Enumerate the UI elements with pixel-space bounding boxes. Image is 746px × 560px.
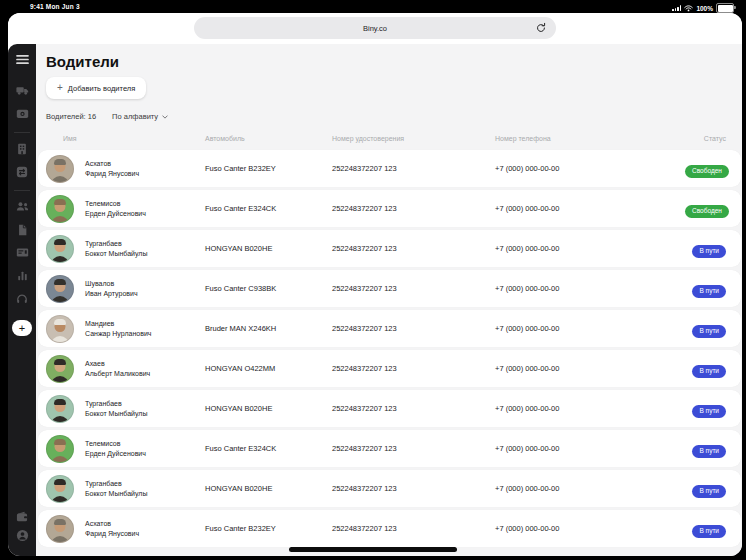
driver-name: МандиевСанжар Нурланович xyxy=(85,319,205,338)
driver-name: АхаевАльберт Маликович xyxy=(85,359,205,378)
sidebar-item-users-icon[interactable] xyxy=(15,200,29,213)
table-row[interactable]: МандиевСанжар Нурланович Bruder MAN X246… xyxy=(38,310,741,347)
sidebar-item-camera-icon[interactable] xyxy=(15,107,29,120)
sidebar-item-transfer-icon[interactable] xyxy=(15,165,29,178)
driver-avatar xyxy=(46,235,74,263)
driver-name: ТурганбаевБоккот Мынбайулы xyxy=(85,479,205,498)
wifi-icon xyxy=(684,5,693,12)
driver-license: 252248372207 123 xyxy=(332,364,495,373)
status-bar: 9:41 Mon Jun 3 100% xyxy=(0,0,746,13)
driver-license: 252248372207 123 xyxy=(332,204,495,213)
col-header-car: Автомобиль xyxy=(205,135,332,142)
driver-name: ТелемисовЕрден Дуйсенович xyxy=(85,199,205,218)
driver-phone: +7 (000) 000-00-00 xyxy=(495,204,685,213)
browser-toolbar: Biny.co xyxy=(8,13,742,44)
driver-phone: +7 (000) 000-00-00 xyxy=(495,244,685,253)
driver-name: ТелемисовЕрден Дуйсенович xyxy=(85,439,205,458)
driver-avatar xyxy=(46,355,74,383)
sidebar: + xyxy=(8,44,36,556)
driver-car: Fuso Canter B232EY xyxy=(205,164,332,173)
driver-car: HONGYAN B020HE xyxy=(205,484,332,493)
sidebar-item-support-icon[interactable] xyxy=(15,292,29,305)
driver-license: 252248372207 123 xyxy=(332,404,495,413)
driver-phone: +7 (000) 000-00-00 xyxy=(495,284,685,293)
sidebar-divider xyxy=(14,132,30,133)
status-badge: В пути xyxy=(692,325,726,339)
driver-name: ТурганбаевБоккот Мынбайулы xyxy=(85,239,205,258)
add-driver-button[interactable]: + Добавить водителя xyxy=(46,77,146,99)
driver-car: HONGYAN O422MM xyxy=(205,364,332,373)
status-badge: Свободен xyxy=(685,205,729,219)
status-badge: В пути xyxy=(692,365,726,379)
driver-license: 252248372207 123 xyxy=(332,324,495,333)
col-header-status: Статус xyxy=(685,135,726,142)
sort-dropdown[interactable]: По алфавиту xyxy=(112,112,168,121)
driver-name: ТурганбаевБоккот Мынбайулы xyxy=(85,399,205,418)
main-content: Водители + Добавить водителя Водителей: … xyxy=(36,44,742,556)
driver-avatar xyxy=(46,395,74,423)
sidebar-item-document-icon[interactable] xyxy=(15,223,29,236)
drivers-count: Водителей: 16 xyxy=(46,112,96,121)
driver-phone: +7 (000) 000-00-00 xyxy=(495,404,685,413)
driver-car: HONGYAN B020HE xyxy=(205,244,332,253)
driver-avatar xyxy=(46,315,74,343)
driver-phone: +7 (000) 000-00-00 xyxy=(495,484,685,493)
table-row[interactable]: ТурганбаевБоккот Мынбайулы HONGYAN B020H… xyxy=(38,390,741,427)
driver-name: АсхатовФарид Янусович xyxy=(85,519,205,538)
sidebar-item-orders-icon[interactable] xyxy=(15,246,29,259)
driver-avatar xyxy=(46,155,74,183)
status-badge: В пути xyxy=(692,445,726,459)
refresh-icon[interactable] xyxy=(535,22,547,34)
chevron-down-icon xyxy=(162,114,168,120)
col-header-phone: Номер телефона xyxy=(495,135,685,142)
table-row[interactable]: АсхатовФарид Янусович Fuso Canter B232EY… xyxy=(38,510,741,547)
battery-icon xyxy=(716,3,734,13)
status-badge: В пути xyxy=(692,285,726,299)
driver-avatar xyxy=(46,435,74,463)
table-row[interactable]: АсхатовФарид Янусович Fuso Canter B232EY… xyxy=(38,150,741,187)
driver-car: Fuso Canter E324CK xyxy=(205,444,332,453)
sidebar-item-stats-icon[interactable] xyxy=(15,269,29,282)
driver-license: 252248372207 123 xyxy=(332,244,495,253)
table-row[interactable]: АхаевАльберт Маликович HONGYAN O422MM 25… xyxy=(38,350,741,387)
driver-license: 252248372207 123 xyxy=(332,444,495,453)
sidebar-divider xyxy=(14,190,30,191)
table-row[interactable]: ШуваловИван Артурович Fuso Canter C938BK… xyxy=(38,270,741,307)
status-badge: В пути xyxy=(692,245,726,259)
sidebar-item-truck-icon[interactable] xyxy=(15,84,29,97)
status-time: 9:41 Mon Jun 3 xyxy=(30,3,80,10)
table-row[interactable]: ТурганбаевБоккот Мынбайулы HONGYAN B020H… xyxy=(38,470,741,507)
driver-license: 252248372207 123 xyxy=(332,164,495,173)
sidebar-add-button[interactable]: + xyxy=(12,320,32,336)
table-row[interactable]: ТурганбаевБоккот Мынбайулы HONGYAN B020H… xyxy=(38,230,741,267)
table-row[interactable]: ТелемисовЕрден Дуйсенович Fuso Canter E3… xyxy=(38,430,741,467)
driver-car: Fuso Canter B232EY xyxy=(205,524,332,533)
plus-icon: + xyxy=(57,83,63,93)
driver-phone: +7 (000) 000-00-00 xyxy=(495,444,685,453)
table-row[interactable]: ТелемисовЕрден Дуйсенович Fuso Canter E3… xyxy=(38,190,741,227)
sidebar-item-building-icon[interactable] xyxy=(15,142,29,155)
col-header-license: Номер удостоверения xyxy=(332,135,495,142)
driver-name: ШуваловИван Артурович xyxy=(85,279,205,298)
cellular-signal-icon xyxy=(672,5,681,11)
driver-phone: +7 (000) 000-00-00 xyxy=(495,524,685,533)
sidebar-menu-icon[interactable] xyxy=(15,53,29,65)
driver-avatar xyxy=(46,515,74,543)
driver-car: Fuso Canter C938BK xyxy=(205,284,332,293)
driver-avatar xyxy=(46,275,74,303)
url-bar[interactable]: Biny.co xyxy=(194,17,556,39)
driver-avatar xyxy=(46,475,74,503)
page-title: Водители xyxy=(46,53,742,70)
sidebar-item-wallet-icon[interactable] xyxy=(15,510,29,523)
table-header: Имя Автомобиль Номер удостоверения Номер… xyxy=(38,135,741,142)
driver-license: 252248372207 123 xyxy=(332,284,495,293)
status-badge: Свободен xyxy=(685,165,729,179)
driver-avatar xyxy=(46,195,74,223)
sidebar-item-profile-icon[interactable] xyxy=(15,529,29,542)
home-indicator[interactable] xyxy=(289,547,457,552)
driver-phone: +7 (000) 000-00-00 xyxy=(495,364,685,373)
driver-license: 252248372207 123 xyxy=(332,484,495,493)
driver-phone: +7 (000) 000-00-00 xyxy=(495,324,685,333)
url-text: Biny.co xyxy=(194,17,556,39)
battery-percent: 100% xyxy=(696,5,713,12)
